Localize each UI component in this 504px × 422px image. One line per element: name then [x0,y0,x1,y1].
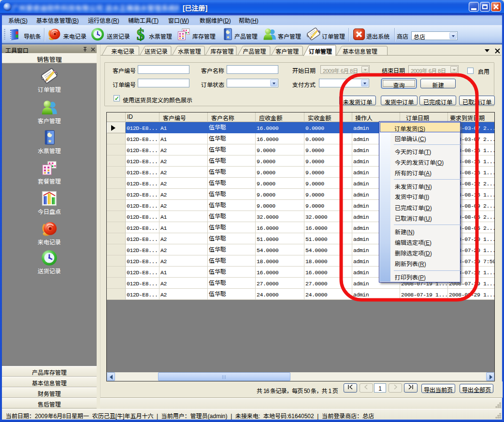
svg-text:$: $ [137,28,145,41]
